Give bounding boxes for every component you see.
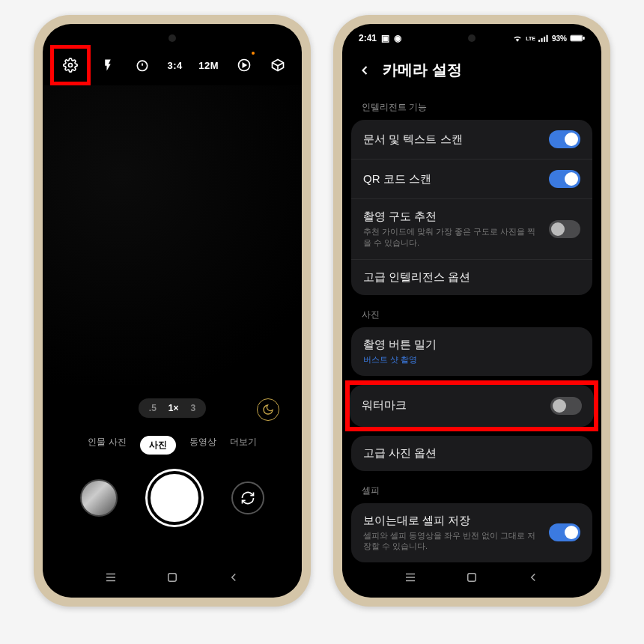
camera-top-toolbar: 3:4 12M	[43, 24, 302, 85]
resolution-button[interactable]: 12M	[198, 60, 219, 71]
zoom-wide[interactable]: .5	[149, 403, 157, 413]
row-subtitle: 추천 가이드에 맞춰 가장 좋은 구도로 사진을 찍을 수 있습니다.	[363, 226, 541, 249]
row-subtitle: 버스트 샷 촬영	[363, 354, 580, 365]
card-intelligent: 문서 및 텍스트 스캔 QR 코드 스캔 촬영 구도 추천 추천 가이드에 맞춰…	[351, 120, 592, 295]
zoom-normal[interactable]: 1×	[168, 403, 179, 413]
svg-rect-10	[546, 35, 547, 42]
row-title: QR 코드 스캔	[363, 172, 541, 186]
toggle-selfie-save[interactable]	[549, 523, 580, 541]
zoom-tele[interactable]: 3	[191, 403, 196, 413]
flash-icon[interactable]	[99, 56, 117, 74]
aspect-ratio-button[interactable]: 3:4	[167, 60, 182, 71]
toggle-scan-qr[interactable]	[549, 170, 580, 188]
card-watermark: 워터마크	[350, 385, 594, 427]
toggle-scan-doc[interactable]	[549, 130, 580, 148]
row-selfie-save[interactable]: 보이는대로 셀피 저장 셀피와 셀피 동영상을 좌우 반전 없이 그대로 저장할…	[351, 503, 592, 563]
switch-camera-icon[interactable]	[231, 482, 264, 514]
row-scan-doc[interactable]: 문서 및 텍스트 스캔	[351, 120, 592, 160]
svg-rect-17	[468, 574, 476, 582]
shutter-row	[43, 461, 302, 535]
camera-notch	[168, 34, 176, 42]
nav-recents-icon[interactable]	[404, 571, 417, 584]
row-advanced-intelligence[interactable]: 고급 인텔리전스 옵션	[351, 260, 592, 295]
settings-header: 카메라 설정	[342, 46, 601, 94]
row-title: 문서 및 텍스트 스캔	[363, 133, 541, 147]
phone-right-settings: 2:41 ▣ ◉ LTE 93% 카메라	[333, 15, 610, 607]
wifi-icon	[512, 34, 523, 42]
battery-percent: 93%	[552, 34, 567, 43]
status-time: 2:41	[359, 33, 377, 43]
row-subtitle: 셀피와 셀피 동영상을 좌우 반전 없이 그대로 저장할 수 있습니다.	[363, 530, 541, 553]
zoom-controls: .5 1× 3	[43, 385, 302, 425]
android-nav-bar	[342, 565, 601, 590]
gallery-thumbnail[interactable]	[80, 479, 118, 517]
battery-icon	[570, 34, 585, 42]
section-photo-label: 사진	[342, 301, 601, 327]
row-title: 고급 인텔리전스 옵션	[363, 270, 580, 285]
svg-rect-7	[538, 40, 540, 42]
night-mode-icon[interactable]	[257, 398, 279, 421]
page-title: 카메라 설정	[383, 60, 462, 80]
highlight-settings-gear	[50, 45, 91, 85]
motion-photo-icon[interactable]	[235, 56, 253, 74]
mode-video[interactable]: 동영상	[189, 436, 216, 455]
mode-more[interactable]: 더보기	[230, 436, 257, 455]
nav-back-icon[interactable]	[526, 571, 540, 584]
svg-point-0	[69, 64, 73, 67]
android-nav-bar	[43, 565, 302, 590]
zoom-pill-group[interactable]: .5 1× 3	[139, 398, 206, 418]
card-photo-2: 고급 사진 옵션	[351, 436, 592, 471]
status-notification-icon: ▣	[381, 33, 389, 43]
row-shutter-drag[interactable]: 촬영 버튼 밀기 버스트 샷 촬영	[351, 327, 592, 376]
row-advanced-photo[interactable]: 고급 사진 옵션	[351, 436, 592, 471]
shutter-button[interactable]	[148, 471, 201, 525]
mode-photo[interactable]: 사진	[140, 436, 176, 455]
section-intelligent-label: 인텔리전트 기능	[342, 94, 601, 120]
signal-icon	[538, 34, 549, 42]
svg-rect-8	[541, 38, 542, 42]
camera-modes: 인물 사진 사진 동영상 더보기	[43, 425, 302, 461]
screen-settings: 2:41 ▣ ◉ LTE 93% 카메라	[342, 24, 601, 598]
svg-rect-12	[571, 36, 582, 40]
back-icon[interactable]	[357, 63, 372, 78]
timer-icon[interactable]	[133, 56, 151, 74]
toggle-watermark[interactable]	[550, 397, 582, 415]
row-title: 워터마크	[362, 398, 543, 413]
nav-recents-icon[interactable]	[104, 571, 118, 584]
row-title: 촬영 버튼 밀기	[363, 338, 580, 352]
mode-portrait[interactable]: 인물 사진	[88, 436, 126, 455]
nav-home-icon[interactable]	[165, 571, 179, 584]
toggle-composition[interactable]	[549, 220, 580, 238]
svg-rect-9	[544, 37, 545, 42]
highlight-watermark-row: 워터마크	[345, 380, 598, 431]
network-label: LTE	[526, 36, 535, 41]
row-title: 보이는대로 셀피 저장	[363, 514, 541, 528]
nav-back-icon[interactable]	[227, 571, 240, 584]
row-title: 고급 사진 옵션	[363, 446, 580, 461]
camera-notch	[468, 34, 476, 42]
row-title: 촬영 구도 추천	[363, 210, 541, 224]
screen-camera: 3:4 12M .5 1× 3 인물 사진 사진 동영상	[43, 24, 302, 598]
settings-list[interactable]: 인텔리전트 기능 문서 및 텍스트 스캔 QR 코드 스캔 촬영 구도 추천 추…	[342, 94, 601, 592]
svg-rect-13	[583, 37, 585, 39]
card-selfie: 보이는대로 셀피 저장 셀피와 셀피 동영상을 좌우 반전 없이 그대로 저장할…	[351, 503, 592, 563]
status-notification-icon-2: ◉	[394, 33, 401, 43]
gear-icon[interactable]	[61, 56, 79, 74]
row-scan-qa[interactable]: QR 코드 스캔	[351, 160, 592, 199]
card-photo: 촬영 버튼 밀기 버스트 샷 촬영	[351, 327, 592, 376]
svg-rect-6	[168, 574, 177, 582]
camera-viewfinder[interactable]	[43, 85, 302, 385]
phone-left-camera: 3:4 12M .5 1× 3 인물 사진 사진 동영상	[34, 15, 311, 607]
section-selfie-label: 셀피	[342, 477, 601, 503]
row-watermark[interactable]: 워터마크	[350, 385, 594, 427]
filters-icon[interactable]	[269, 56, 287, 74]
nav-home-icon[interactable]	[465, 571, 479, 584]
row-composition-guide[interactable]: 촬영 구도 추천 추천 가이드에 맞춰 가장 좋은 구도로 사진을 찍을 수 있…	[351, 199, 592, 260]
